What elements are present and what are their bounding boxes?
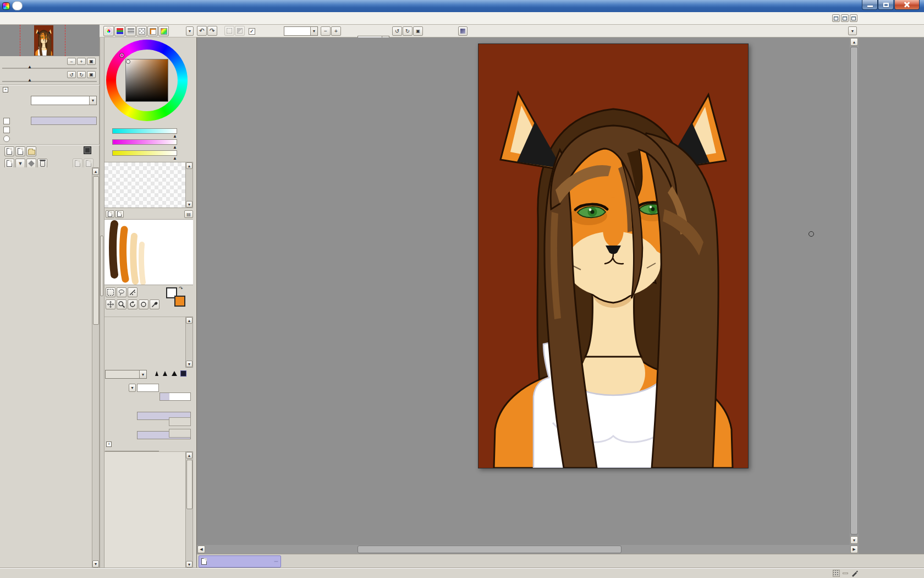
nav-rotate-ccw-button[interactable]: ↺ (67, 71, 76, 78)
brush-grid-scrollbar[interactable]: ▲ ▼ (185, 317, 193, 368)
g-slider-handle[interactable]: ▲ (173, 145, 177, 150)
scrollbar-thumb[interactable] (850, 47, 858, 535)
nav-zoom-slider-handle[interactable]: ▲ (28, 65, 32, 69)
r-slider-handle[interactable]: ▲ (173, 134, 177, 139)
brush-blend-combo[interactable]: ▼ (105, 370, 147, 379)
saturation-value-square[interactable] (125, 59, 168, 102)
zoom-in-button[interactable]: + (331, 26, 341, 36)
panel-layout-button-3[interactable] (850, 14, 857, 22)
rgb-slider-panel-button[interactable] (114, 26, 125, 36)
brush-edge-soft[interactable] (172, 371, 177, 376)
close-button[interactable] (894, 0, 920, 10)
scrollbar-thumb[interactable] (186, 460, 193, 509)
undo-button[interactable]: ↶ (197, 26, 207, 36)
nav-zoom-out-button[interactable]: − (67, 58, 76, 65)
nav-rotate-cw-button[interactable]: ↻ (77, 71, 86, 78)
document-tab[interactable] (199, 555, 281, 568)
nav-zoom-in-button[interactable]: + (77, 58, 86, 65)
scroll-up-button[interactable]: ▲ (850, 38, 858, 46)
canvas-v-scrollbar[interactable]: ▲ ▼ (850, 37, 859, 545)
paints-effect-expand-icon[interactable]: + (3, 87, 8, 92)
scratchpad-prev-button[interactable] (106, 210, 114, 218)
scrollbar-thumb[interactable] (100, 236, 103, 296)
hand-tool[interactable] (139, 299, 148, 309)
r-slider[interactable] (112, 128, 177, 134)
scroll-down-button[interactable]: ▼ (186, 561, 193, 568)
sv-cursor[interactable] (127, 60, 130, 63)
nav-angle-slider-handle[interactable]: ▲ (28, 78, 32, 83)
panel-layout-button-1[interactable] (832, 14, 840, 22)
selection-visibility-checkbox[interactable]: ✓ (249, 28, 255, 35)
g-slider[interactable] (112, 139, 177, 145)
hsv-slider-panel-button[interactable] (125, 26, 136, 36)
size-unit-button[interactable]: ▼ (129, 384, 136, 392)
scroll-down-button[interactable]: ▼ (186, 201, 193, 208)
advanced-settings-expand-icon[interactable]: + (106, 441, 112, 447)
layer-list-scrollbar[interactable]: ▲ ▼ (92, 167, 100, 568)
brush-edge-medium[interactable] (163, 371, 167, 376)
color-wheel-panel-button[interactable] (103, 26, 114, 36)
nav-zoom-slider[interactable] (2, 68, 97, 69)
titlebar[interactable] (0, 0, 924, 12)
swatch-scrollbar[interactable]: ▲ ▼ (185, 162, 193, 208)
scroll-left-button[interactable]: ◀ (197, 546, 205, 553)
magic-wand-tool[interactable] (128, 287, 138, 297)
nav-angle-slider[interactable] (2, 81, 97, 82)
zoom-out-button[interactable]: − (321, 26, 331, 36)
navigator-preview[interactable] (0, 25, 100, 56)
brush-edge-square[interactable] (180, 370, 186, 377)
rotate-ccw-button[interactable]: ↺ (392, 26, 402, 36)
mixer-panel-button[interactable] (158, 26, 169, 36)
swatches-panel-button[interactable] (136, 26, 147, 36)
invert-selection-button[interactable] (235, 26, 245, 36)
maximize-button[interactable] (878, 0, 894, 10)
scratchpad-next-button[interactable] (115, 210, 124, 218)
blend-options-button[interactable] (458, 26, 468, 36)
zoom-tool[interactable] (117, 299, 127, 309)
scrollbar-thumb[interactable] (358, 546, 622, 553)
toolbar-overflow-button[interactable]: ▼ (848, 26, 857, 35)
selection-source-radio[interactable] (3, 135, 10, 142)
scroll-down-button[interactable]: ▼ (186, 361, 193, 367)
panel-layout-button-2[interactable] (841, 14, 849, 22)
scroll-right-button[interactable]: ▶ (850, 546, 858, 553)
brush-edge-hard[interactable] (155, 371, 158, 376)
minimize-button[interactable] (862, 0, 878, 10)
scroll-up-button[interactable]: ▲ (186, 317, 193, 324)
scroll-down-button[interactable]: ▼ (92, 560, 99, 568)
zoom-combo[interactable]: ▼ (284, 26, 318, 36)
new-folder-button[interactable] (26, 146, 36, 156)
swap-colors-icon[interactable]: ↷ (179, 286, 183, 291)
rotate-view-tool[interactable] (128, 299, 138, 309)
deselect-button[interactable] (224, 26, 234, 36)
layer-mask-button[interactable] (84, 146, 91, 154)
canvas-h-scrollbar[interactable]: ◀ ▶ (197, 545, 859, 554)
background-color-chip[interactable] (174, 296, 185, 307)
hue-cursor[interactable] (120, 53, 124, 57)
opacity-slider[interactable] (31, 117, 97, 125)
nav-zoom-reset-button[interactable]: ▣ (87, 58, 96, 65)
move-tool[interactable] (106, 299, 116, 309)
panel-menu-button[interactable]: ▼ (186, 26, 194, 36)
scrollbar-thumb[interactable] (93, 176, 99, 325)
nav-angle-reset-button[interactable]: ▣ (87, 71, 96, 78)
size-grid-scrollbar[interactable]: ▲ ▼ (185, 451, 193, 568)
canvas-document[interactable] (478, 43, 749, 468)
rect-select-tool[interactable] (106, 287, 116, 297)
reset-view-button[interactable]: ▣ (413, 26, 423, 36)
scroll-down-button[interactable]: ▼ (850, 536, 858, 544)
eyedropper-tool[interactable] (150, 299, 160, 309)
swatch-area[interactable] (105, 162, 185, 208)
size-slider[interactable] (160, 392, 191, 401)
b-slider-handle[interactable]: ▲ (173, 156, 177, 161)
scroll-up-button[interactable]: ▲ (186, 452, 193, 459)
clipping-group-checkbox[interactable] (3, 127, 10, 133)
canvas-viewport[interactable]: ▲ ▼ ◀ ▶ (197, 37, 924, 554)
scroll-up-button[interactable]: ▲ (92, 168, 99, 175)
preserve-opacity-checkbox[interactable] (3, 118, 10, 124)
b-slider[interactable] (112, 150, 177, 156)
scratchpad-panel-button[interactable] (147, 26, 158, 36)
rotate-cw-button[interactable]: ↻ (403, 26, 413, 36)
scroll-up-button[interactable]: ▲ (186, 162, 193, 169)
scratchpad-options-button[interactable]: ▤ (184, 210, 193, 218)
